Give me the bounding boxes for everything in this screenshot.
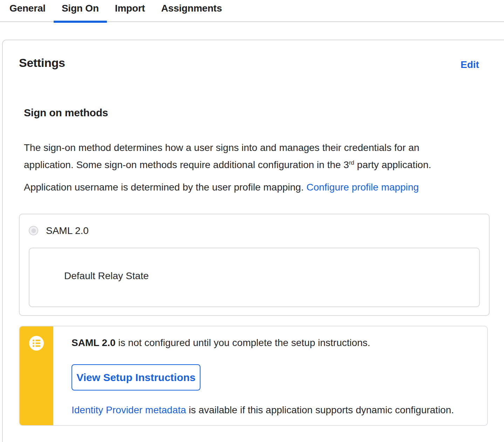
- identity-provider-metadata-link[interactable]: Identity Provider metadata: [71, 405, 186, 415]
- saml-radio-button[interactable]: [29, 226, 38, 235]
- view-setup-instructions-button[interactable]: View Setup Instructions: [71, 364, 200, 391]
- tab-assignments[interactable]: Assignments: [153, 0, 230, 22]
- callout-message: SAML 2.0 is not configured until you com…: [71, 337, 370, 348]
- tab-sign-on-label: Sign On: [62, 3, 99, 14]
- settings-card: Settings Edit Sign on methods The sign-o…: [2, 40, 504, 442]
- edit-link[interactable]: Edit: [461, 59, 479, 70]
- list-icon: [29, 336, 44, 351]
- active-tab-indicator: [54, 21, 107, 23]
- username-mapping-text: Application username is determined by th…: [24, 182, 419, 193]
- app-sign-on-page: General Sign On Import Assignments Setti…: [0, 0, 504, 442]
- configure-profile-mapping-link[interactable]: Configure profile mapping: [306, 182, 419, 193]
- description-line-2: application. Some sign-on methods requir…: [24, 156, 465, 173]
- app-tab-bar: General Sign On Import Assignments: [0, 0, 504, 22]
- tab-import[interactable]: Import: [107, 0, 153, 22]
- saml-radio-label: SAML 2.0: [46, 225, 89, 236]
- description-line-1: The sign-on method determines how a user…: [24, 139, 465, 156]
- default-relay-state-label: Default Relay State: [64, 270, 149, 282]
- tab-import-label: Import: [115, 3, 145, 14]
- settings-title: Settings: [19, 56, 65, 70]
- tab-general[interactable]: General: [1, 0, 54, 22]
- metadata-availability-text: Identity Provider metadata is available …: [71, 405, 454, 416]
- tab-general-label: General: [9, 3, 46, 14]
- saml-method-box: SAML 2.0 Default Relay State: [19, 214, 490, 316]
- tab-assignments-label: Assignments: [161, 3, 222, 14]
- default-relay-state-box: Default Relay State: [29, 248, 480, 307]
- sign-on-method-description: The sign-on method determines how a user…: [24, 139, 465, 173]
- sign-on-methods-heading: Sign on methods: [24, 107, 108, 119]
- ordinal-superscript: rd: [349, 159, 354, 166]
- tab-sign-on[interactable]: Sign On: [54, 0, 107, 22]
- radio-dot: [31, 228, 36, 233]
- callout-message-strong: SAML 2.0: [71, 337, 116, 348]
- saml-not-configured-callout: SAML 2.0 is not configured until you com…: [19, 326, 488, 426]
